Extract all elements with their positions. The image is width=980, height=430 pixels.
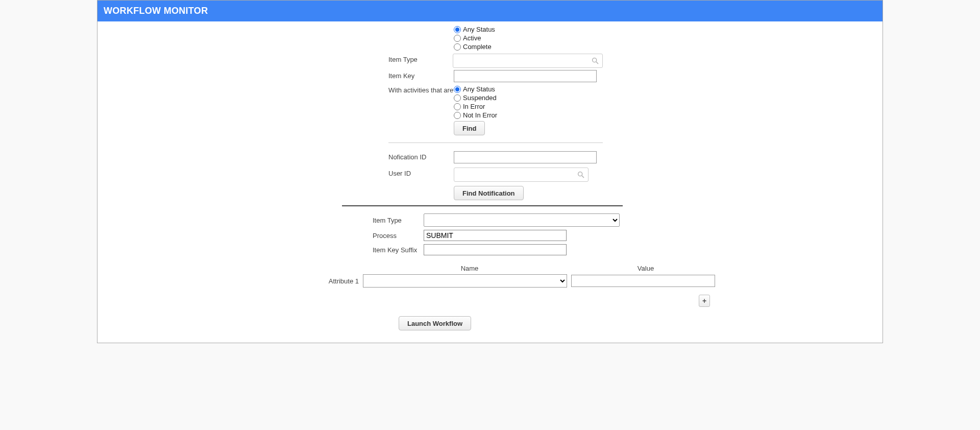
launch-workflow-button[interactable]: Launch Workflow [399,316,471,330]
user-id-input[interactable] [457,171,577,179]
status-radio-any[interactable] [454,26,461,33]
activities-radio-not-in-error[interactable] [454,112,461,119]
activities-radio-in-error-label: In Error [463,103,485,110]
search-icon [577,171,585,179]
activities-radio-suspended-label: Suspended [463,94,497,102]
activities-radio-not-in-error-label: Not In Error [463,111,497,119]
item-key-label: Item Key [388,70,454,80]
launch-item-type-label: Item Type [373,217,424,224]
status-radio-active[interactable] [454,35,461,42]
attribute-value-input[interactable] [571,275,715,287]
activities-radio-any-label: Any Status [463,85,495,93]
activities-radio-any[interactable] [454,86,461,93]
process-input[interactable] [424,230,567,241]
attributes-area: Name Value Attribute 1 [326,265,719,288]
section-separator [342,205,623,206]
page-title: WORKFLOW MONITOR [97,1,883,21]
find-button[interactable]: Find [454,121,485,135]
item-key-suffix-input[interactable] [424,244,567,255]
item-key-suffix-label: Item Key Suffix [373,246,424,254]
item-key-input[interactable] [454,70,597,82]
user-id-lov[interactable] [454,168,589,182]
activities-radio-suspended[interactable] [454,94,461,102]
user-id-label: User ID [388,168,454,177]
status-radio-any-label: Any Status [463,26,495,33]
svg-line-1 [596,62,598,64]
search-icon [591,57,599,65]
find-section: Any Status Active Complete Item Type [388,25,603,200]
activities-label: With activities that are [388,84,454,94]
attribute-row: Attribute 1 [326,274,719,288]
item-type-lov[interactable] [453,54,603,68]
notification-id-input[interactable] [454,151,597,163]
status-radio-complete[interactable] [454,43,461,51]
attribute-name-select[interactable] [363,274,567,288]
section-divider [388,142,603,143]
add-row-button[interactable]: + [699,295,710,307]
find-notification-button[interactable]: Find Notification [454,186,524,200]
item-type-label: Item Type [388,54,453,63]
svg-line-3 [582,176,584,178]
notification-id-label: Nofication ID [388,151,454,161]
attribute-row-label: Attribute 1 [326,277,363,285]
activities-radio-in-error[interactable] [454,103,461,110]
status-radio-complete-label: Complete [463,43,492,51]
launch-section: Item Type Process Item Key Suffix [342,213,669,255]
status-radio-active-label: Active [463,34,481,42]
attr-header-value: Value [573,265,718,272]
attr-header-name: Name [366,265,573,272]
svg-point-0 [593,58,597,62]
launch-item-type-select[interactable] [424,213,620,227]
item-type-input[interactable] [456,57,591,65]
process-label: Process [373,232,424,240]
svg-point-2 [578,172,582,176]
